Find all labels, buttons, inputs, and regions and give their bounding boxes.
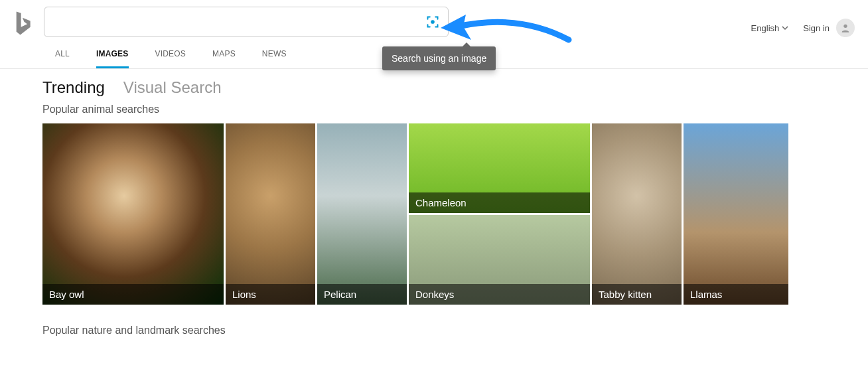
nav-tab-all[interactable]: ALL <box>55 49 70 68</box>
tile-caption: Llamas <box>684 284 788 305</box>
chevron-down-icon <box>782 25 788 31</box>
tile-pelican[interactable]: Pelican <box>317 123 407 305</box>
user-icon <box>840 23 851 33</box>
avatar <box>836 19 855 37</box>
sign-in-label: Sign in <box>803 23 830 33</box>
section-tab-visual-search[interactable]: Visual Search <box>123 78 222 97</box>
language-selector[interactable]: English <box>751 23 789 33</box>
tile-caption: Lions <box>226 284 315 305</box>
camera-scan-icon <box>426 15 439 29</box>
tile-caption: Pelican <box>317 284 407 305</box>
svg-point-1 <box>843 25 847 28</box>
bing-logo-icon <box>13 10 32 37</box>
tile-caption: Bay owl <box>42 284 224 305</box>
popular-animals-heading: Popular animal searches <box>42 104 868 115</box>
nav-tab-videos[interactable]: VIDEOS <box>155 49 186 68</box>
tile-tabby-kitten[interactable]: Tabby kitten <box>592 123 682 305</box>
visual-search-tooltip: Search using an image <box>382 46 496 70</box>
popular-nature-heading: Popular nature and landmark searches <box>42 325 868 336</box>
tile-caption: Donkeys <box>409 284 590 305</box>
tile-bay-owl[interactable]: Bay owl <box>42 123 224 305</box>
tile-caption: Tabby kitten <box>592 284 682 305</box>
search-input[interactable] <box>52 7 425 37</box>
nav-tab-images[interactable]: IMAGES <box>96 49 129 68</box>
animal-tiles-row: Bay owl Lions Pelican Chameleon Donkeys … <box>42 123 868 305</box>
tile-caption: Chameleon <box>409 192 590 213</box>
tile-lions[interactable]: Lions <box>226 123 315 305</box>
nav-tab-maps[interactable]: MAPS <box>212 49 236 68</box>
visual-search-button[interactable] <box>425 15 440 29</box>
tile-chameleon[interactable]: Chameleon <box>409 123 590 213</box>
language-label: English <box>751 23 780 33</box>
svg-point-0 <box>431 20 435 24</box>
sign-in-button[interactable]: Sign in <box>803 19 855 37</box>
tile-donkeys[interactable]: Donkeys <box>409 215 590 305</box>
tile-llamas[interactable]: Llamas <box>684 123 788 305</box>
section-tab-trending[interactable]: Trending <box>42 78 105 97</box>
bing-logo[interactable] <box>13 10 32 37</box>
nav-tab-news[interactable]: NEWS <box>262 49 287 68</box>
search-box[interactable] <box>44 7 449 37</box>
